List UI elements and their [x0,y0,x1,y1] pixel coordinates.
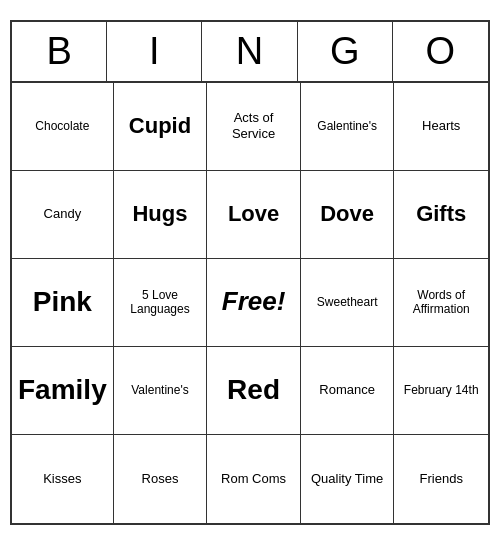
cell-label: Chocolate [35,119,89,133]
bingo-cell: Rom Coms [207,435,301,523]
cell-label: Sweetheart [317,295,378,309]
header-letter: G [298,22,393,81]
bingo-cell: Red [207,347,301,435]
bingo-cell: Love [207,171,301,259]
bingo-cell: Romance [301,347,395,435]
cell-label: Family [18,373,107,407]
bingo-cell: Galentine's [301,83,395,171]
cell-label: Kisses [43,471,81,487]
bingo-cell: Dove [301,171,395,259]
cell-label: February 14th [404,383,479,397]
cell-label: Rom Coms [221,471,286,487]
cell-label: Valentine's [131,383,188,397]
cell-label: Candy [44,206,82,222]
bingo-cell: Words of Affirmation [394,259,488,347]
bingo-cell: 5 Love Languages [114,259,208,347]
cell-label: Cupid [129,113,191,139]
bingo-cell: Roses [114,435,208,523]
bingo-cell: Friends [394,435,488,523]
header-letter: I [107,22,202,81]
cell-label: Romance [319,382,375,398]
bingo-cell: Kisses [12,435,114,523]
bingo-cell: Acts of Service [207,83,301,171]
header-letter: N [202,22,297,81]
cell-label: Free! [222,286,286,317]
bingo-cell: Hugs [114,171,208,259]
bingo-cell: Cupid [114,83,208,171]
bingo-cell: Sweetheart [301,259,395,347]
bingo-header: BINGO [12,22,488,83]
cell-label: 5 Love Languages [120,288,201,317]
bingo-cell: Gifts [394,171,488,259]
bingo-cell: Free! [207,259,301,347]
cell-label: Hugs [132,201,187,227]
bingo-card: BINGO ChocolateCupidActs of ServiceGalen… [10,20,490,525]
bingo-cell: Candy [12,171,114,259]
cell-label: Quality Time [311,471,383,487]
bingo-cell: Pink [12,259,114,347]
cell-label: Friends [420,471,463,487]
cell-label: Dove [320,201,374,227]
cell-label: Roses [142,471,179,487]
bingo-grid: ChocolateCupidActs of ServiceGalentine's… [12,83,488,523]
bingo-cell: Family [12,347,114,435]
cell-label: Pink [33,285,92,319]
cell-label: Hearts [422,118,460,134]
cell-label: Galentine's [317,119,377,133]
cell-label: Gifts [416,201,466,227]
header-letter: O [393,22,488,81]
bingo-cell: Hearts [394,83,488,171]
header-letter: B [12,22,107,81]
cell-label: Acts of Service [213,110,294,141]
cell-label: Red [227,373,280,407]
cell-label: Love [228,201,279,227]
bingo-cell: February 14th [394,347,488,435]
bingo-cell: Valentine's [114,347,208,435]
bingo-cell: Quality Time [301,435,395,523]
bingo-cell: Chocolate [12,83,114,171]
cell-label: Words of Affirmation [400,288,482,317]
